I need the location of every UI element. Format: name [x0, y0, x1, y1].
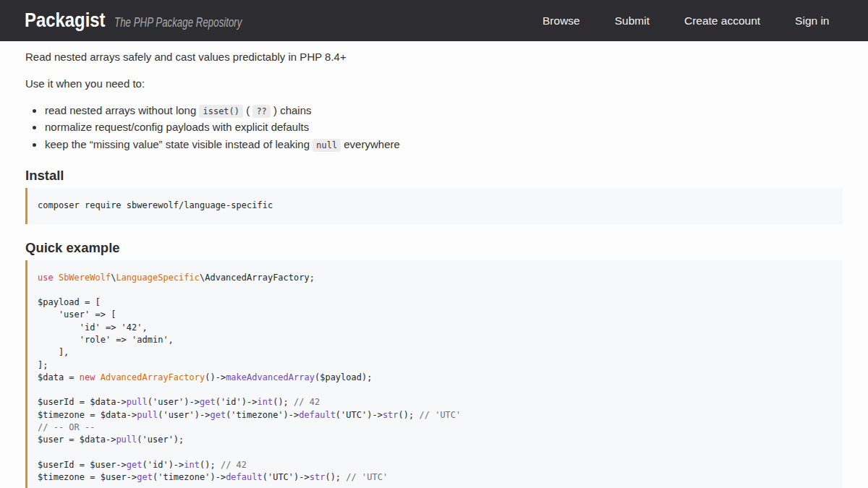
nav-browse[interactable]: Browse — [525, 0, 597, 41]
example-code: use SbWereWolf\LanguageSpecific\Advanced… — [38, 273, 461, 483]
install-command: composer require sbwerewolf/language-spe… — [38, 200, 273, 210]
main-nav: Browse Submit Create account Sign in — [525, 0, 846, 41]
feature-item: read nested arrays without long isset() … — [44, 102, 843, 119]
readme-use-when: Use it when you need to: — [25, 75, 843, 92]
feature-item: normalize request/config payloads with e… — [44, 119, 843, 135]
readme-lead: Read nested arrays safely and cast value… — [25, 48, 843, 65]
feature-item: keep the “missing value” state visible i… — [44, 136, 843, 153]
install-command-block: composer require sbwerewolf/language-spe… — [25, 188, 843, 223]
site-tagline: The PHP Package Repository — [114, 13, 208, 33]
packagist-logo[interactable]: Packagist — [25, 11, 94, 30]
top-navbar: PackagistThe PHP Package Repository Brow… — [0, 0, 868, 41]
nav-submit[interactable]: Submit — [597, 0, 667, 41]
inline-code: null — [312, 139, 341, 152]
nav-sign-in[interactable]: Sign in — [778, 0, 846, 41]
readme-content: Read nested arrays safely and cast value… — [0, 41, 868, 488]
inline-code: isset() — [199, 105, 243, 118]
feature-list: read nested arrays without long isset() … — [25, 102, 843, 153]
example-code-block: use SbWereWolf\LanguageSpecific\Advanced… — [25, 260, 843, 488]
install-heading: Install — [25, 167, 843, 184]
nav-create-account[interactable]: Create account — [667, 0, 778, 41]
quick-example-heading: Quick example — [25, 239, 843, 257]
inline-code: ?? — [252, 105, 270, 118]
